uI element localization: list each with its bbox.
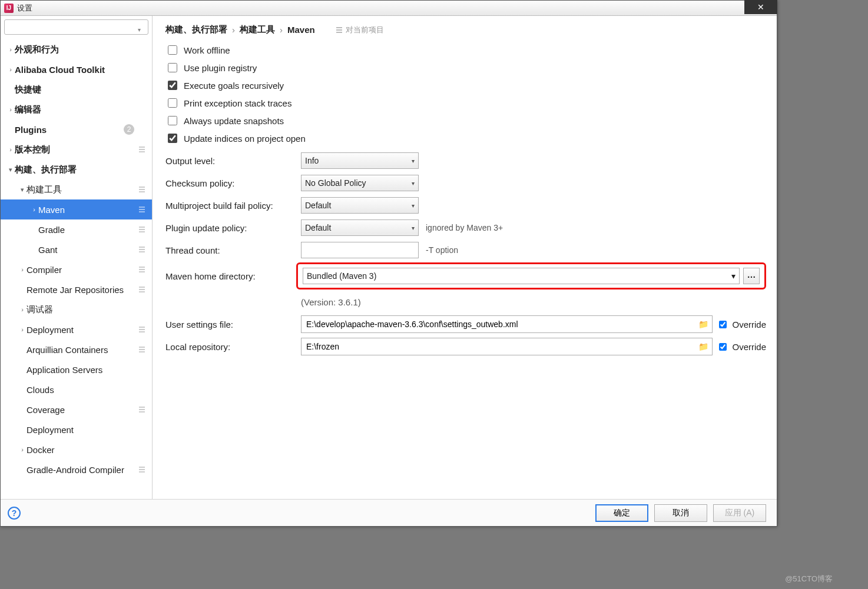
tree-item[interactable]: ›Docker: [1, 440, 152, 460]
tree-item[interactable]: ›外观和行为: [1, 39, 152, 59]
expand-arrow-icon: ▾: [6, 166, 15, 174]
tree-item-label: Arquillian Containers: [26, 345, 138, 355]
tree-item-label: Alibaba Cloud Toolkit: [15, 65, 138, 75]
user-settings-input[interactable]: [301, 315, 713, 333]
chevron-down-icon[interactable]: ▾: [138, 26, 141, 33]
execute-goals-recursively-checkbox[interactable]: Execute goals recursively: [165, 79, 766, 92]
tree-item-label: Maven: [38, 205, 138, 215]
tree-item[interactable]: ▾构建工具: [1, 179, 152, 199]
breadcrumb-part[interactable]: 构建、执行部署: [165, 24, 227, 35]
scope-icon: [138, 245, 146, 254]
chevron-down-icon: ▾: [731, 271, 736, 281]
expand-arrow-icon: ›: [6, 66, 15, 73]
thread-count-input[interactable]: [301, 242, 419, 258]
tree-item-label: 快捷键: [15, 84, 138, 95]
tree-item[interactable]: ›Deployment: [1, 320, 152, 340]
tree-item[interactable]: Deployment: [1, 420, 152, 440]
tree-item-label: Gradle-Android Compiler: [26, 465, 138, 475]
tree-item[interactable]: Remote Jar Repositories: [1, 279, 152, 300]
tree-item[interactable]: ›版本控制: [1, 139, 152, 159]
tree-item-label: 编辑器: [15, 104, 138, 115]
checksum-policy-select[interactable]: No Global Policy▾: [301, 175, 419, 191]
cancel-button[interactable]: 取消: [654, 504, 707, 522]
settings-search-input[interactable]: [4, 19, 148, 35]
chevron-down-icon: ▾: [412, 158, 415, 164]
output-level-label: Output level:: [165, 156, 301, 166]
tree-item[interactable]: Arquillian Containers: [1, 340, 152, 360]
expand-arrow-icon: ›: [18, 306, 26, 313]
plugin-update-policy-select[interactable]: Default▾: [301, 219, 419, 236]
tree-item[interactable]: Plugins2: [1, 119, 152, 139]
local-repository-override-checkbox[interactable]: Override: [717, 341, 766, 352]
tree-item[interactable]: 快捷键: [1, 79, 152, 99]
tree-item[interactable]: ›Compiler: [1, 259, 152, 279]
close-icon: ✕: [757, 2, 764, 12]
tree-item-label: Remote Jar Repositories: [26, 285, 138, 295]
maven-home-label: Maven home directory:: [165, 271, 301, 281]
plugin-update-hint: ignored by Maven 3+: [426, 223, 503, 232]
tree-item[interactable]: ›编辑器: [1, 99, 152, 119]
expand-arrow-icon: ›: [18, 326, 26, 333]
expand-arrow-icon: ›: [6, 146, 15, 153]
output-level-select[interactable]: Info▾: [301, 152, 419, 169]
tree-item-label: Clouds: [26, 385, 138, 395]
tree-item[interactable]: Clouds: [1, 380, 152, 400]
chevron-down-icon: ▾: [412, 225, 415, 231]
tree-item[interactable]: ›Alibaba Cloud Toolkit: [1, 59, 152, 79]
tree-item-label: Plugins: [15, 125, 124, 135]
use-plugin-registry-checkbox[interactable]: Use plugin registry: [165, 61, 766, 74]
tree-item[interactable]: ›Maven: [1, 199, 152, 219]
checkboxes: Work offline Use plugin registry Execute…: [165, 44, 766, 145]
watermark: @51CTO博客: [785, 574, 833, 584]
settings-sidebar: 🔍 ▾ ›外观和行为›Alibaba Cloud Toolkit快捷键›编辑器P…: [1, 16, 153, 499]
tree-item[interactable]: Gradle-Android Compiler: [1, 460, 152, 480]
close-button[interactable]: ✕: [744, 0, 777, 14]
breadcrumb-part[interactable]: 构建工具: [240, 24, 275, 35]
tree-item[interactable]: Gradle: [1, 219, 152, 239]
scope-icon: [138, 145, 146, 154]
print-exception-stack-traces-checkbox[interactable]: Print exception stack traces: [165, 96, 766, 109]
thread-count-hint: -T option: [426, 245, 458, 255]
multiproject-fail-policy-select[interactable]: Default▾: [301, 197, 419, 214]
scope-icon: [138, 405, 146, 414]
apply-button[interactable]: 应用 (A): [713, 504, 766, 522]
tree-item-label: Gradle: [38, 225, 138, 235]
tree-item[interactable]: ›调试器: [1, 300, 152, 320]
chevron-down-icon: ▾: [412, 180, 415, 187]
expand-arrow-icon: ›: [6, 106, 15, 113]
update-indices-checkbox[interactable]: Update indices on project open: [165, 132, 766, 145]
window-title: 设置: [17, 3, 32, 14]
tree-item-label: Application Servers: [26, 365, 138, 375]
user-settings-override-checkbox[interactable]: Override: [717, 319, 766, 330]
tree-item[interactable]: Coverage: [1, 400, 152, 420]
settings-tree[interactable]: ›外观和行为›Alibaba Cloud Toolkit快捷键›编辑器Plugi…: [1, 38, 152, 499]
scope-icon: [138, 225, 146, 234]
tree-item-label: Deployment: [26, 425, 138, 435]
tree-item-label: Coverage: [26, 405, 138, 415]
local-repository-input[interactable]: [301, 338, 713, 355]
work-offline-checkbox[interactable]: Work offline: [165, 44, 766, 56]
local-repository-label: Local repository:: [165, 342, 301, 352]
tree-item[interactable]: Gant: [1, 239, 152, 259]
breadcrumb: 构建、执行部署 › 构建工具 › Maven 对当前项目: [165, 24, 766, 35]
chevron-down-icon: ▾: [412, 202, 415, 209]
expand-arrow-icon: ▾: [18, 186, 26, 194]
user-settings-label: User settings file:: [165, 320, 301, 330]
help-button[interactable]: ?: [8, 507, 21, 520]
tree-item[interactable]: ▾构建、执行部署: [1, 159, 152, 179]
always-update-snapshots-checkbox[interactable]: Always update snapshots: [165, 114, 766, 127]
tree-item-label: Deployment: [26, 325, 138, 335]
scope-icon: [138, 325, 146, 334]
scope-icon: [335, 26, 343, 34]
tree-item[interactable]: Application Servers: [1, 360, 152, 380]
multiproject-fail-policy-label: Multiproject build fail policy:: [165, 201, 301, 211]
scope-icon: [138, 345, 146, 354]
tree-item-label: Gant: [38, 245, 138, 255]
maven-home-select[interactable]: Bundled (Maven 3)▾: [303, 268, 740, 284]
ok-button[interactable]: 确定: [595, 504, 648, 522]
tree-item-label: 版本控制: [15, 144, 138, 155]
maven-home-version: (Version: 3.6.1): [301, 297, 361, 307]
tree-item-label: 构建、执行部署: [15, 164, 138, 175]
maven-home-browse-button[interactable]: …: [743, 268, 760, 284]
titlebar: IJ 设置 ✕: [1, 1, 777, 16]
